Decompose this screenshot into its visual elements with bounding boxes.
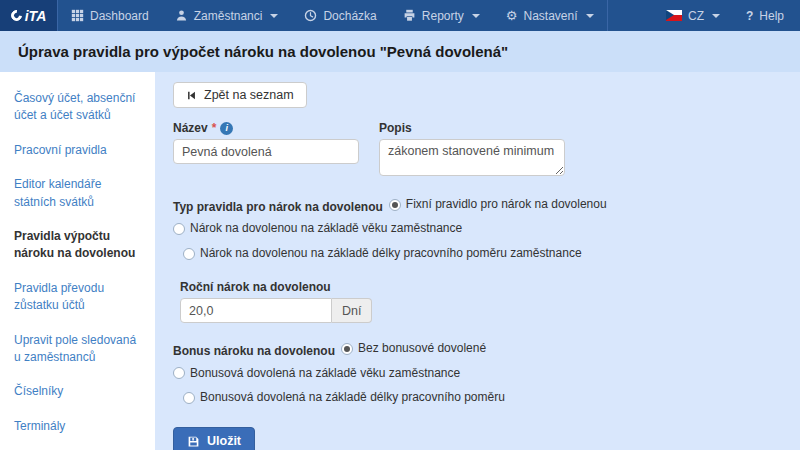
nav-label: Zaměstnanci <box>194 9 263 23</box>
nav-label: Nastavení <box>523 9 577 23</box>
back-button-label: Zpět na seznam <box>204 88 294 102</box>
sidebar-item-editor-kalendare[interactable]: Editor kalendáře státních svátků <box>14 176 141 211</box>
days-unit-addon: Dní <box>332 298 372 323</box>
page-title: Úprava pravidla pro výpočet nároku na do… <box>18 43 508 60</box>
info-icon[interactable]: i <box>220 122 233 135</box>
nav-label: Reporty <box>422 9 464 23</box>
printer-icon <box>403 9 416 22</box>
sidebar-item-ciselniky[interactable]: Číselníky <box>14 383 141 400</box>
name-description-row: Název* i Popis zákonem stanovené minimum <box>173 121 782 179</box>
bonus-option-tenure[interactable]: Bonusová dovolená na základě délky praco… <box>183 387 505 409</box>
nav-label: Dashboard <box>90 9 149 23</box>
sidebar-item-casovy-ucet[interactable]: Časový účet, absenční účet a účet svátků <box>14 90 141 125</box>
language-selector[interactable]: CZ <box>653 0 733 31</box>
top-navbar: iTA Dashboard Zaměstnanci Docházka Repor… <box>0 0 800 31</box>
sidebar-item-upravit-pole[interactable]: Upravit pole sledovaná u zaměstnanců <box>14 332 141 367</box>
rule-type-option-age[interactable]: Nárok na dovolenou na základě věku zaměs… <box>173 218 462 240</box>
description-field-group: Popis zákonem stanovené minimum <box>379 121 565 179</box>
name-field-group: Název* i <box>173 121 359 179</box>
annual-entitlement-group: Roční nárok na dovolenou Dní <box>180 280 782 323</box>
radio-selected-icon[interactable] <box>341 343 353 355</box>
language-code: CZ <box>688 9 704 23</box>
rule-type-option-fixed[interactable]: Fixní pravidlo pro nárok na dovolenou <box>389 194 607 216</box>
nav-item-dashboard[interactable]: Dashboard <box>58 0 162 31</box>
nav-item-reporty[interactable]: Reporty <box>390 0 493 31</box>
nav-label: Docházka <box>323 9 376 23</box>
radio-unselected-icon[interactable] <box>183 248 195 260</box>
bonus-label: Bonus nároku na dovolenou <box>173 344 335 358</box>
name-input[interactable] <box>173 139 359 164</box>
nav-item-zamestnanci[interactable]: Zaměstnanci <box>162 0 292 31</box>
brand-text: iTA <box>25 8 47 24</box>
bonus-option-none[interactable]: Bez bonusové dovolené <box>341 338 486 360</box>
annual-entitlement-input-group: Dní <box>180 298 372 323</box>
radio-unselected-icon[interactable] <box>183 392 195 404</box>
form-content: Zpět na seznam Název* i Popis zákonem st… <box>155 72 800 450</box>
app-logo[interactable]: iTA <box>0 0 58 31</box>
radio-unselected-icon[interactable] <box>173 223 185 235</box>
chevron-down-icon <box>712 14 720 18</box>
step-backward-icon <box>186 90 197 101</box>
question-icon: ? <box>746 9 753 23</box>
settings-sidebar: Časový účet, absenční účet a účet svátků… <box>0 72 155 450</box>
name-label: Název* i <box>173 121 359 135</box>
save-button-label: Uložit <box>207 434 241 448</box>
back-to-list-button[interactable]: Zpět na seznam <box>173 82 307 108</box>
bonus-group: Bonus nároku na dovolenou Bez bonusové d… <box>173 338 782 411</box>
chevron-down-icon <box>472 14 480 18</box>
save-button[interactable]: Uložit <box>173 427 255 450</box>
sidebar-item-pracovni-pravidla[interactable]: Pracovní pravidla <box>14 142 141 159</box>
clock-icon <box>304 9 317 22</box>
main-layout: Časový účet, absenční účet a účet svátků… <box>0 72 800 450</box>
sidebar-item-pravidla-prevodu[interactable]: Pravidla převodu zůstatku účtů <box>14 280 141 315</box>
bonus-second-line: Bonusová dovolená na základě délky praco… <box>183 387 782 411</box>
help-label: Help <box>759 9 784 23</box>
annual-entitlement-label: Roční nárok na dovolenou <box>180 280 782 294</box>
gear-icon: ⚙ <box>506 9 518 22</box>
chevron-down-icon <box>270 14 278 18</box>
radio-unselected-icon[interactable] <box>173 367 185 379</box>
rule-type-label: Typ pravidla pro nárok na dovolenou <box>173 200 383 214</box>
sidebar-item-pravidla-vypoctu-naroku[interactable]: Pravidla výpočtu nároku na dovolenou <box>14 228 141 263</box>
save-floppy-icon <box>187 435 200 448</box>
rule-type-option-tenure[interactable]: Nárok na dovolenou na základě délky prac… <box>183 243 582 265</box>
required-mark: * <box>212 121 217 135</box>
logo-ring-icon <box>8 8 23 23</box>
page-title-band: Úprava pravidla pro výpočet nároku na do… <box>0 31 800 72</box>
navbar-spacer <box>608 0 653 31</box>
dashboard-grid-icon <box>71 9 84 22</box>
nav-item-nastaveni[interactable]: ⚙ Nastavení <box>493 0 607 31</box>
annual-entitlement-input[interactable] <box>180 298 332 323</box>
description-label: Popis <box>379 121 565 135</box>
user-icon <box>175 9 188 22</box>
help-link[interactable]: ? Help <box>733 0 800 31</box>
czech-flag-icon <box>666 10 682 21</box>
sidebar-item-terminaly[interactable]: Terminály <box>14 418 141 435</box>
rule-type-second-line: Nárok na dovolenou na základě délky prac… <box>183 243 782 267</box>
radio-selected-icon[interactable] <box>389 199 401 211</box>
nav-item-dochazka[interactable]: Docházka <box>291 0 389 31</box>
rule-type-group: Typ pravidla pro nárok na dovolenou Fixn… <box>173 194 782 267</box>
bonus-option-age[interactable]: Bonusová dovolená na základě věku zaměst… <box>173 363 460 385</box>
description-textarea[interactable]: zákonem stanovené minimum <box>379 139 565 176</box>
chevron-down-icon <box>586 14 594 18</box>
